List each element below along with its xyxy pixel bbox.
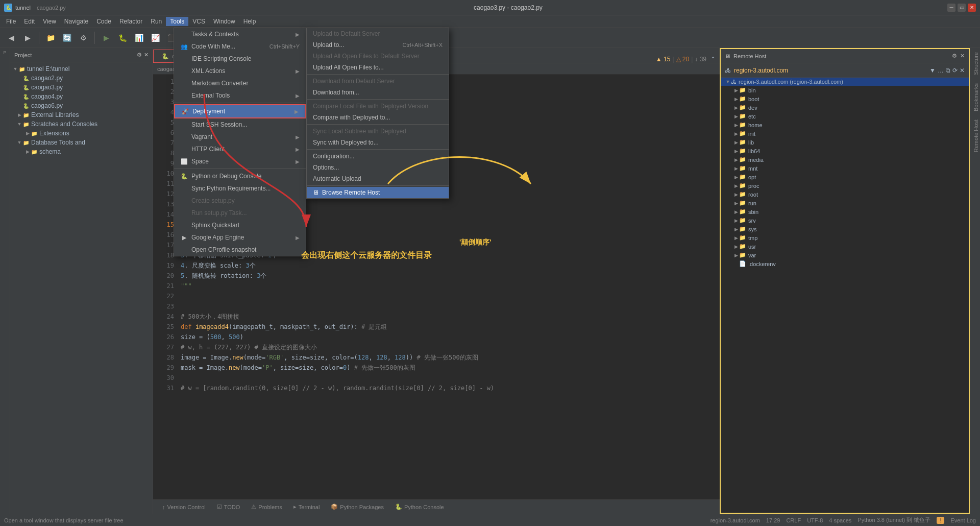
folder-button[interactable]: 📁 <box>43 31 58 45</box>
remote-item-home[interactable]: ▶ 📁 home <box>721 121 969 129</box>
menu-ide-scripting[interactable]: IDE Scripting Console <box>174 53 306 65</box>
restore-button[interactable]: ▭ <box>958 4 966 12</box>
host-expand-icon[interactable]: ▼ <box>929 67 936 74</box>
menu-http-client[interactable]: HTTP Client ▶ <box>174 143 306 155</box>
remote-item-dev[interactable]: ▶ 📁 dev <box>721 103 969 112</box>
remote-item-lib[interactable]: ▶ 📁 lib <box>721 138 969 147</box>
tree-file-caogao6[interactable]: 🐍 caogao6.py <box>10 101 153 110</box>
menu-help[interactable]: Help <box>239 17 260 26</box>
project-close-icon[interactable]: ✕ <box>144 52 149 58</box>
remote-item-bin[interactable]: ▶ 📁 bin <box>721 86 969 94</box>
menu-navigate[interactable]: Navigate <box>60 17 92 26</box>
tab-problems[interactable]: ⚠ Problems <box>246 503 287 511</box>
remote-settings-icon[interactable]: ⚙ <box>952 53 957 59</box>
forward-button[interactable]: ▶ <box>20 31 35 45</box>
menu-tasks-contexts[interactable]: Tasks & Contexts ▶ <box>174 28 306 40</box>
tree-scratches[interactable]: ▼ 📁 Scratches and Consoles <box>10 119 153 129</box>
remote-item-lib64[interactable]: ▶ 📁 lib64 <box>721 147 969 155</box>
expand-icon[interactable]: ⌃ <box>710 56 716 63</box>
menu-code-with-me[interactable]: 👥 Code With Me... Ctrl+Shift+Y <box>174 40 306 53</box>
tree-root[interactable]: ▼ 📁 tunnel E:\tunnel <box>10 64 153 74</box>
tab-todo[interactable]: ☑ TODO <box>212 503 246 511</box>
remote-item-media[interactable]: ▶ 📁 media <box>721 155 969 164</box>
menu-deployment[interactable]: 🚀 Deployment ▶ <box>174 104 306 118</box>
menu-space[interactable]: ⬜ Space ▶ <box>174 155 306 168</box>
host-split-icon[interactable]: ⧉ <box>946 67 950 74</box>
remote-item-mnt[interactable]: ▶ 📁 mnt <box>721 164 969 173</box>
submenu-sync-with-remote[interactable]: Sync with Deployed to... <box>307 137 449 148</box>
bookmarks-tab[interactable]: Bookmarks <box>970 79 980 115</box>
submenu-compare-deployed[interactable]: Compare with Deployed to... <box>307 112 449 123</box>
submenu-upload-all-open[interactable]: Upload All Open Files to... <box>307 62 449 73</box>
remote-item-sbin[interactable]: ▶ 📁 sbin <box>721 207 969 216</box>
menu-sphinx-quickstart[interactable]: Sphinx Quickstart <box>174 219 306 231</box>
menu-file[interactable]: File <box>2 17 20 26</box>
tree-file-caogao2[interactable]: 🐍 caogao2.py <box>10 74 153 83</box>
menu-xml-actions[interactable]: XML Actions ▶ <box>174 65 306 77</box>
submenu-download-from[interactable]: Download from... <box>307 87 449 98</box>
submenu-options[interactable]: Options... <box>307 162 449 173</box>
tab-version-control[interactable]: ↑ Version Control <box>157 503 211 511</box>
menu-google-app-engine[interactable]: ▶ Google App Engine ▶ <box>174 231 306 244</box>
remote-item-root[interactable]: ▶ 📁 root <box>721 190 969 199</box>
submenu-automatic-upload[interactable]: Automatic Upload <box>307 173 449 184</box>
submenu-upload-to[interactable]: Upload to... Ctrl+Alt+Shift+X <box>307 39 449 51</box>
remote-item-proc[interactable]: ▶ 📁 proc <box>721 181 969 190</box>
debug-button[interactable]: 🐛 <box>115 31 130 45</box>
tree-file-caogao3[interactable]: 🐍 caogao3.py <box>10 83 153 92</box>
remote-root-host[interactable]: ▼ 🖧 region-3.autodl.com (region-3.autodl… <box>721 78 969 86</box>
submenu-configuration[interactable]: Configuration... <box>307 151 449 162</box>
tree-schema[interactable]: ▶ 📁 schema <box>10 147 153 156</box>
remote-item-sys[interactable]: ▶ 📁 sys <box>721 225 969 233</box>
tree-external-libraries[interactable]: ▶ 📁 External Libraries <box>10 110 153 119</box>
back-button[interactable]: ◀ <box>4 31 18 45</box>
tab-python-console[interactable]: 🐍 Python Console <box>390 503 449 511</box>
menu-view[interactable]: View <box>39 17 60 26</box>
remote-item-usr[interactable]: ▶ 📁 usr <box>721 242 969 251</box>
menu-edit[interactable]: Edit <box>20 17 39 26</box>
remote-item-run[interactable]: ▶ 📁 run <box>721 199 969 207</box>
menu-start-ssh[interactable]: Start SSH Session... <box>174 118 306 131</box>
menu-code[interactable]: Code <box>92 17 115 26</box>
menu-open-cprofile[interactable]: Open CProfile snapshot <box>174 244 306 256</box>
tree-extensions[interactable]: ▶ 📁 Extensions <box>10 129 153 138</box>
settings-button[interactable]: ⚙ <box>76 31 90 45</box>
tab-python-packages[interactable]: 📦 Python Packages <box>326 503 389 511</box>
tab-terminal[interactable]: ▸ Terminal <box>288 503 325 511</box>
host-refresh-icon[interactable]: ⟳ <box>952 67 958 74</box>
remote-host-tab[interactable]: Remote Host <box>970 115 980 156</box>
event-log-label[interactable]: Event Log <box>950 517 976 523</box>
menu-run[interactable]: Run <box>146 17 166 26</box>
remote-item-dockerenv[interactable]: 📄 .dockerenv <box>721 259 969 268</box>
menu-vcs[interactable]: VCS <box>188 17 209 26</box>
project-settings-icon[interactable]: ⚙ <box>137 52 142 58</box>
menu-window[interactable]: Window <box>209 17 239 26</box>
menu-markdown[interactable]: Markdown Converter <box>174 77 306 89</box>
menu-sync-python-req[interactable]: Sync Python Requirements... <box>174 182 306 195</box>
profile-button[interactable]: 📈 <box>148 31 162 45</box>
minimize-button[interactable]: ─ <box>947 4 955 12</box>
remote-item-srv[interactable]: ▶ 📁 srv <box>721 216 969 225</box>
host-close-icon[interactable]: ✕ <box>960 67 965 74</box>
remote-item-var[interactable]: ▶ 📁 var <box>721 251 969 259</box>
left-project-icon[interactable]: P <box>3 50 6 55</box>
menu-vagrant[interactable]: Vagrant ▶ <box>174 131 306 143</box>
submenu-browse-remote-host[interactable]: 🖥 Browse Remote Host <box>307 187 449 198</box>
remote-item-opt[interactable]: ▶ 📁 opt <box>721 173 969 181</box>
menu-external-tools[interactable]: External Tools ▶ <box>174 89 306 102</box>
remote-item-etc[interactable]: ▶ 📁 etc <box>721 112 969 121</box>
run-button[interactable]: ▶ <box>99 31 113 45</box>
remote-item-init[interactable]: ▶ 📁 init <box>721 129 969 138</box>
sync-button[interactable]: 🔄 <box>60 31 74 45</box>
remote-item-boot[interactable]: ▶ 📁 boot <box>721 94 969 103</box>
host-more-icon[interactable]: … <box>938 67 944 74</box>
remote-close-icon[interactable]: ✕ <box>960 53 965 59</box>
close-button[interactable]: ✕ <box>968 4 976 12</box>
remote-item-tmp[interactable]: ▶ 📁 tmp <box>721 233 969 242</box>
tree-file-caogao4[interactable]: 🐍 caogao4.py <box>10 92 153 101</box>
tree-database-tools[interactable]: ▼ 📁 Database Tools and <box>10 138 153 147</box>
menu-refactor[interactable]: Refactor <box>115 17 146 26</box>
coverage-button[interactable]: 📊 <box>132 31 146 45</box>
menu-tools[interactable]: Tools <box>166 17 188 26</box>
structure-tab[interactable]: Structure <box>970 48 980 79</box>
